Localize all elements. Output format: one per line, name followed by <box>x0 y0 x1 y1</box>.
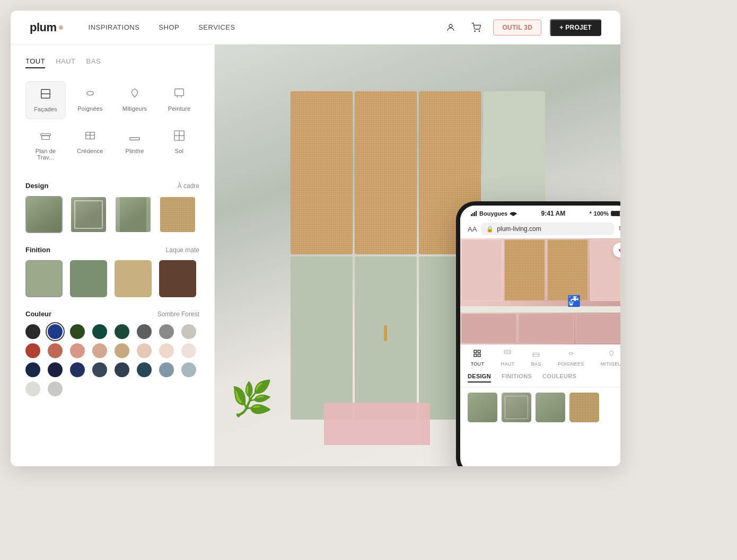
mobile-lower-cabinets <box>460 313 620 344</box>
url-field[interactable]: 🔒 plum-living.com <box>481 223 614 235</box>
refresh-icon[interactable]: ↻ <box>618 225 620 233</box>
svg-rect-20 <box>471 214 472 216</box>
mobile-subtab-design[interactable]: DESIGN <box>468 373 491 383</box>
category-mitigeurs[interactable]: Mitigeurs <box>115 81 155 119</box>
outil3d-button[interactable]: OUTIL 3D <box>493 20 541 35</box>
category-facades[interactable]: Façades <box>25 81 66 119</box>
color-13[interactable] <box>115 343 129 358</box>
svg-rect-7 <box>175 89 184 96</box>
design-swatch-2[interactable] <box>70 196 107 233</box>
plan-travail-icon <box>40 130 51 145</box>
mobile-subtab-couleurs[interactable]: COULEURS <box>542 373 576 383</box>
color-1[interactable] <box>25 324 40 339</box>
nav-inspirations[interactable]: INSPIRATIONS <box>89 23 140 31</box>
mobile-tab-mitigeu[interactable]: MITIGEU <box>601 349 620 367</box>
door-handle <box>384 325 387 341</box>
color-18[interactable] <box>48 362 63 377</box>
svg-point-2 <box>479 31 480 32</box>
couleur-title: Couleur <box>25 310 51 318</box>
finition-swatch-1[interactable] <box>25 260 63 297</box>
category-plinthe[interactable]: Plinthe <box>115 123 155 167</box>
mobile-countertop <box>460 306 620 313</box>
color-24[interactable] <box>181 362 196 377</box>
mobile-kitchen-image: 🚰 ♥ <box>460 238 620 344</box>
category-poignees[interactable]: Poignées <box>70 81 110 119</box>
mobile-tab-tout[interactable]: TOUT <box>471 349 485 367</box>
color-3[interactable] <box>70 324 85 339</box>
mobile-tab-poignees-label: POIGNEES <box>558 361 584 367</box>
color-9[interactable] <box>25 343 40 358</box>
mobile-tab-haut[interactable]: HAUT <box>501 349 515 367</box>
color-4[interactable] <box>92 324 107 339</box>
mitigeurs-icon <box>129 87 141 102</box>
color-10[interactable] <box>48 343 63 358</box>
color-6[interactable] <box>137 324 152 339</box>
finition-swatch-2[interactable] <box>70 260 107 297</box>
mobile-upper-2 <box>504 239 545 301</box>
finition-swatch-3[interactable] <box>115 260 152 297</box>
door-panel-bottom-1 <box>291 256 353 420</box>
color-15[interactable] <box>159 343 174 358</box>
color-17[interactable] <box>25 362 40 377</box>
mobile-subtab-finitions[interactable]: FINITIONS <box>502 373 532 383</box>
main-image-area: 🌿 Bouygues 9:41 AM * <box>215 45 620 466</box>
color-26[interactable] <box>48 381 63 396</box>
color-8[interactable] <box>181 324 196 339</box>
mobile-lower-3 <box>576 314 620 343</box>
finition-swatches <box>25 260 199 297</box>
color-21[interactable] <box>115 362 129 377</box>
account-icon[interactable] <box>442 19 459 36</box>
mobile-upper-cabinets <box>460 238 620 302</box>
color-25[interactable] <box>25 381 40 396</box>
category-sol[interactable]: Sol <box>159 123 199 167</box>
cart-icon[interactable] <box>468 19 485 36</box>
color-2[interactable] <box>48 324 63 339</box>
category-plan-de-travail[interactable]: Plan de Trav... <box>25 123 66 167</box>
mobile-thumb-3[interactable] <box>536 393 565 422</box>
mobile-time: 9:41 AM <box>541 210 566 217</box>
svg-point-24 <box>513 214 514 216</box>
filter-tab-bas[interactable]: BAS <box>86 57 101 68</box>
mobile-tab-tout-label: TOUT <box>471 361 485 367</box>
aa-text[interactable]: AA <box>468 225 477 233</box>
brand-name: plum <box>30 21 57 34</box>
facades-label: Façades <box>34 106 57 112</box>
design-swatch-1[interactable] <box>25 196 63 233</box>
color-5[interactable] <box>115 324 129 339</box>
mobile-tab-bas[interactable]: BAS <box>531 349 541 367</box>
couleur-section-header: Couleur Sombre Forest <box>25 310 199 318</box>
mobile-thumb-4[interactable] <box>569 393 599 422</box>
peinture-label: Peinture <box>168 105 191 112</box>
svg-point-5 <box>87 91 94 95</box>
color-14[interactable] <box>137 343 152 358</box>
mobile-thumb-2[interactable] <box>502 393 531 422</box>
color-23[interactable] <box>159 362 174 377</box>
design-swatch-3[interactable] <box>115 196 152 233</box>
poignees-label: Poignées <box>77 105 102 112</box>
nav-shop[interactable]: SHOP <box>159 23 179 31</box>
filter-tab-tout[interactable]: TOUT <box>25 57 45 68</box>
category-credence[interactable]: Crédence <box>70 123 110 167</box>
color-19[interactable] <box>70 362 85 377</box>
cabinet-door-2 <box>355 91 417 420</box>
plinthe-label: Plinthe <box>125 148 144 154</box>
category-peinture[interactable]: Peinture <box>159 81 199 119</box>
color-22[interactable] <box>137 362 152 377</box>
finition-swatch-4[interactable] <box>159 260 196 297</box>
logo[interactable]: plum <box>30 21 63 34</box>
mobile-upper-1 <box>461 239 502 301</box>
color-12[interactable] <box>92 343 107 358</box>
header: plum INSPIRATIONS SHOP SERVICES OUTIL 3D… <box>11 11 620 45</box>
mobile-tab-poignees[interactable]: POIGNEES <box>558 349 584 367</box>
color-20[interactable] <box>92 362 107 377</box>
nav-services[interactable]: SERVICES <box>198 23 235 31</box>
color-16[interactable] <box>181 343 196 358</box>
color-11[interactable] <box>70 343 85 358</box>
mobile-thumb-1[interactable] <box>468 393 497 422</box>
filter-tab-haut[interactable]: HAUT <box>56 57 75 68</box>
color-7[interactable] <box>159 324 174 339</box>
mobile-tab-bas-label: BAS <box>531 361 541 367</box>
projet-button[interactable]: + PROJET <box>550 19 601 36</box>
door-panel-bottom-2 <box>355 256 417 420</box>
design-swatch-4[interactable] <box>159 196 196 233</box>
